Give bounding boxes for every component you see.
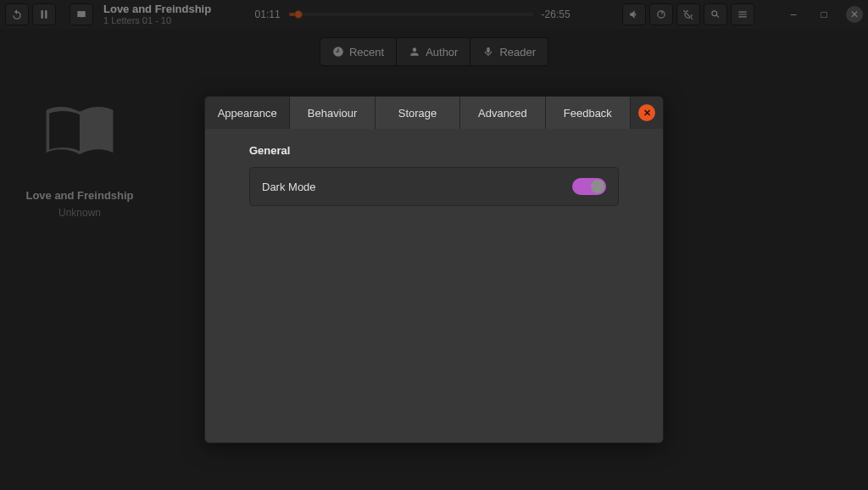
prefs-tabs: Appearance Behaviour Storage Advanced Fe… xyxy=(205,97,663,129)
close-icon xyxy=(638,104,655,121)
toggle-knob xyxy=(591,180,604,193)
dark-mode-toggle[interactable] xyxy=(572,178,606,195)
tab-appearance[interactable]: Appearance xyxy=(205,97,290,129)
row-dark-mode: Dark Mode xyxy=(249,167,619,206)
prefs-close-button[interactable] xyxy=(631,97,663,129)
tab-advanced[interactable]: Advanced xyxy=(460,97,545,129)
preferences-dialog: Appearance Behaviour Storage Advanced Fe… xyxy=(204,96,664,443)
tab-behaviour[interactable]: Behaviour xyxy=(290,97,375,129)
section-general: General xyxy=(205,129,663,164)
tab-storage[interactable]: Storage xyxy=(376,97,460,129)
tab-feedback[interactable]: Feedback xyxy=(546,97,631,129)
dark-mode-label: Dark Mode xyxy=(262,181,572,193)
